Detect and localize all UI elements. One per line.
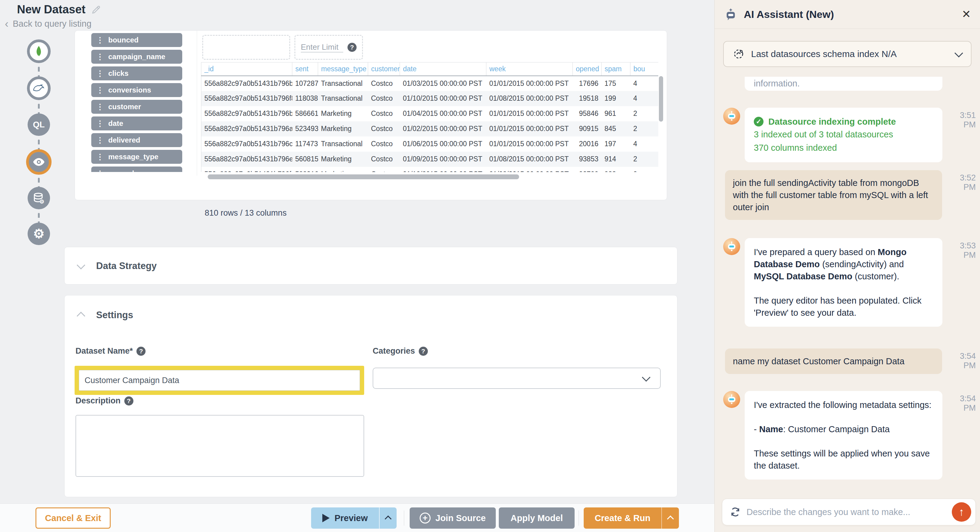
categories-dropdown[interactable] bbox=[373, 368, 661, 389]
cancel-exit-button[interactable]: Cancel & Exit bbox=[35, 507, 111, 529]
page-title: New Dataset bbox=[17, 3, 101, 16]
column-header[interactable]: message_type bbox=[318, 62, 368, 76]
data-strategy-title: Data Strategy bbox=[96, 261, 157, 271]
stepper-item-dataset-storage[interactable]: ⚙ bbox=[28, 187, 50, 209]
column-header[interactable]: spam bbox=[601, 62, 630, 76]
edit-title-icon[interactable] bbox=[91, 5, 101, 15]
preview-button[interactable]: Preview bbox=[311, 507, 397, 529]
create-run-button[interactable]: Create & Run bbox=[584, 507, 679, 529]
stepper-item-query-language[interactable]: QL bbox=[28, 113, 50, 136]
stepper-item-mongodb[interactable] bbox=[27, 40, 51, 63]
data-strategy-toggle[interactable]: Data Strategy bbox=[65, 247, 677, 285]
settings-toggle[interactable]: Settings bbox=[65, 295, 677, 335]
drag-handle-icon: ⋮ bbox=[96, 35, 104, 45]
assistant-message-bubble: ✓Datasource indexing complete3 indexed o… bbox=[745, 108, 942, 162]
apply-model-button[interactable]: Apply Model bbox=[499, 507, 574, 529]
button-group-divider bbox=[579, 510, 579, 526]
dataset-name-help-icon[interactable]: ? bbox=[137, 347, 146, 356]
stepper-item-settings[interactable]: ⚙ bbox=[28, 223, 50, 245]
chevron-up-icon bbox=[385, 516, 392, 522]
result-table-zone: ? _idsentmessage_typecustomerdateweekope… bbox=[201, 33, 663, 198]
table-row: 556a882c97a0b51431b796bc586661MarketingC… bbox=[201, 106, 659, 121]
plus-circle-icon: + bbox=[420, 513, 431, 524]
description-help-icon[interactable]: ? bbox=[124, 397, 134, 406]
horizontal-scrollbar-thumb[interactable] bbox=[208, 174, 519, 179]
column-header[interactable]: _id bbox=[201, 62, 292, 76]
chat-message: I've prepared a query based on Mongo Dat… bbox=[723, 238, 976, 327]
back-link-label: Back to query listing bbox=[13, 19, 92, 29]
assistant-message-bubble: I've extracted the following metadata se… bbox=[745, 391, 942, 479]
message-timestamp: 3:53 PM bbox=[945, 238, 976, 260]
column-header[interactable]: bou bbox=[630, 62, 659, 76]
drag-handle-icon: ⋮ bbox=[96, 135, 104, 145]
limit-help-icon[interactable]: ? bbox=[347, 43, 356, 52]
stepper-item-mysql[interactable] bbox=[27, 76, 51, 100]
column-pill[interactable]: ⋮opened bbox=[91, 167, 182, 172]
chevron-down-icon bbox=[642, 373, 651, 382]
join-source-button[interactable]: + Join Source bbox=[410, 507, 496, 529]
column-header[interactable]: sent bbox=[292, 62, 318, 76]
column-pill[interactable]: ⋮clicks bbox=[91, 67, 182, 80]
table-row: 556a882c97a0b51431b796b4107287Transactio… bbox=[201, 76, 659, 91]
schema-status-text: Last datasources schema index N/A bbox=[751, 49, 897, 59]
stepper-item-preview-active[interactable] bbox=[26, 149, 51, 175]
query-preview-card: ⋮bounced⋮campaign_name⋮clicks⋮conversion… bbox=[75, 30, 667, 200]
ai-assistant-header: AI Assistant (New) ✕ bbox=[715, 0, 980, 29]
column-drop-zone[interactable] bbox=[202, 35, 290, 60]
column-header[interactable]: customer bbox=[368, 62, 400, 76]
ql-label: QL bbox=[33, 120, 45, 129]
panel-divider bbox=[197, 31, 197, 175]
svg-text:⚙: ⚙ bbox=[40, 198, 44, 205]
drag-handle-icon: ⋮ bbox=[96, 119, 104, 128]
page-title-text: New Dataset bbox=[17, 3, 86, 16]
chevron-down-icon bbox=[77, 261, 85, 269]
column-header[interactable]: date bbox=[400, 62, 486, 76]
chat-message: join the full sendingActivity table from… bbox=[723, 170, 976, 220]
drag-handle-icon: ⋮ bbox=[96, 102, 104, 111]
chat-input-bar: ↑ bbox=[722, 499, 976, 525]
chat-input[interactable] bbox=[746, 507, 947, 517]
message-timestamp: 3:54 PM bbox=[945, 349, 976, 370]
drag-handle-icon: ⋮ bbox=[96, 152, 104, 162]
dataset-name-input[interactable] bbox=[79, 370, 360, 391]
settings-card: Settings Dataset Name* ? Categories ? De… bbox=[64, 295, 678, 497]
chat-message: I've extracted the following metadata se… bbox=[723, 391, 976, 479]
column-pill[interactable]: ⋮campaign_name bbox=[91, 50, 182, 64]
categories-help-icon[interactable]: ? bbox=[419, 347, 428, 356]
data-strategy-card: Data Strategy bbox=[64, 247, 678, 285]
close-icon[interactable]: ✕ bbox=[962, 8, 971, 21]
description-textarea[interactable] bbox=[75, 415, 364, 477]
column-header[interactable]: opened bbox=[573, 62, 601, 76]
bot-avatar bbox=[723, 108, 740, 125]
column-pill-list: ⋮bounced⋮campaign_name⋮clicks⋮conversion… bbox=[91, 33, 182, 172]
schema-index-dropdown[interactable]: Last datasources schema index N/A bbox=[723, 41, 972, 67]
table-row: 556a882c97a0b51431b796ce117473Transactio… bbox=[201, 137, 659, 152]
back-chevron-icon: ‹ bbox=[5, 19, 8, 28]
back-to-query-listing-link[interactable]: ‹ Back to query listing bbox=[5, 19, 92, 29]
column-pill[interactable]: ⋮message_type bbox=[91, 150, 182, 164]
ai-robot-icon bbox=[724, 7, 738, 21]
user-message-bubble: join the full sendingActivity table from… bbox=[725, 170, 942, 220]
column-pill[interactable]: ⋮customer bbox=[91, 100, 182, 114]
gear-icon: ⚙ bbox=[33, 228, 45, 240]
message-timestamp: 3:52 PM bbox=[945, 170, 976, 192]
vertical-scrollbar-thumb[interactable] bbox=[659, 76, 663, 122]
table-row: 556a882c97a0b51431b796e9560815MarketingC… bbox=[201, 152, 659, 167]
bot-avatar bbox=[723, 391, 740, 408]
schema-index-icon bbox=[733, 48, 745, 60]
settings-title: Settings bbox=[96, 310, 133, 320]
ai-assistant-title: AI Assistant (New) bbox=[744, 8, 834, 20]
limit-input[interactable] bbox=[301, 43, 343, 53]
description-label: Description ? bbox=[75, 396, 134, 406]
send-button[interactable]: ↑ bbox=[952, 502, 971, 522]
column-pill[interactable]: ⋮date bbox=[91, 116, 182, 131]
column-pill[interactable]: ⋮conversions bbox=[91, 83, 182, 97]
preview-options-toggle[interactable] bbox=[380, 507, 397, 529]
table-row: 556a882c97a0b51431b796f4588316MarketingC… bbox=[201, 167, 659, 172]
column-pill[interactable]: ⋮delivered bbox=[91, 133, 182, 147]
result-table-wrapper: _idsentmessage_typecustomerdateweekopene… bbox=[201, 62, 658, 172]
chat-message-list: information.✓Datasource indexing complet… bbox=[723, 67, 976, 489]
column-header[interactable]: week bbox=[486, 62, 573, 76]
create-run-options-toggle[interactable] bbox=[662, 507, 679, 529]
column-pill[interactable]: ⋮bounced bbox=[91, 33, 182, 47]
